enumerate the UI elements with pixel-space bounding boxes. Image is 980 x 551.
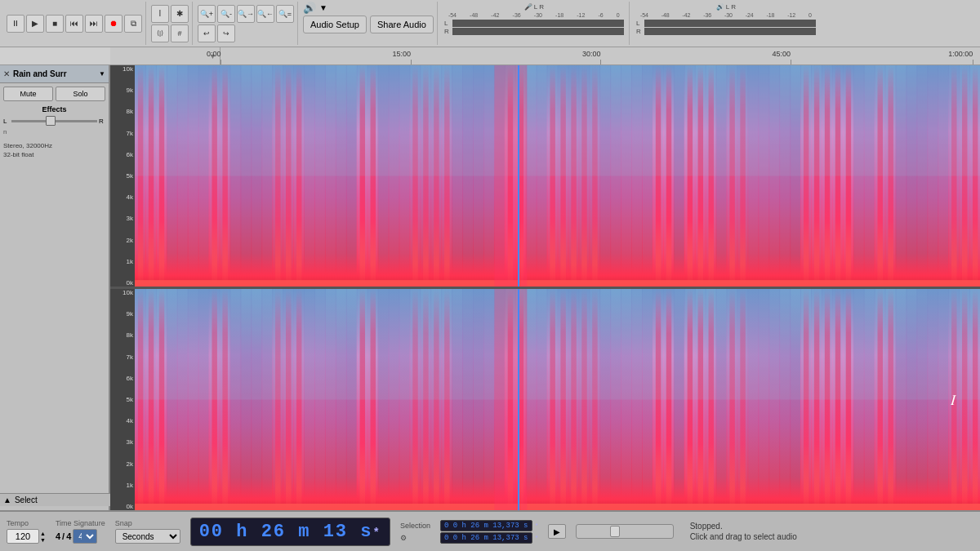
spectrogram-top-canvas: [135, 65, 980, 287]
rewind-button[interactable]: ⏮: [65, 15, 83, 33]
ruler-tick-60: [973, 60, 973, 64]
current-time-value: 00 h 26 m 13 s: [199, 522, 373, 542]
mute-solo-row: Mute Solo: [3, 87, 105, 101]
volume-icon: 🔊: [303, 2, 316, 14]
select-tool-button[interactable]: I: [151, 5, 169, 23]
lr-label-left: L: [534, 3, 537, 11]
time-sig-bottom: 4: [66, 531, 71, 541]
output-lr-left: L: [726, 3, 729, 11]
left-bar-bg: [452, 20, 624, 27]
volume-slider[interactable]: [11, 120, 97, 122]
solo-button[interactable]: Solo: [56, 87, 105, 101]
expand-icon[interactable]: ▲: [3, 495, 11, 504]
ruler: ▼ 0:00 15:00 30:00 45:00 1:00:00: [0, 47, 980, 65]
zoom-in-button[interactable]: 🔍+: [198, 5, 216, 23]
envelope-tool-button[interactable]: ⟨|⟩: [151, 24, 169, 42]
multi-tool-button[interactable]: #: [171, 24, 189, 42]
current-time-display: 00 h 26 m 13 s*: [190, 518, 390, 546]
spectrogram-top[interactable]: 10k 9k 8k 7k 6k 5k 4k 3k 2k 1k 0k: [110, 65, 980, 289]
out-right-bar-bg: [644, 28, 816, 35]
zoom-row-top: 🔍+ 🔍- 🔍→ 🔍← 🔍=: [198, 5, 294, 23]
left-meter-group: 🎤 L R -54 -48 -42 -36 -30 -18 -12 -6 0 L…: [439, 2, 630, 45]
spectrogram-bottom-canvas: [135, 289, 980, 510]
lr-label-right: R: [539, 3, 544, 11]
playback-slider[interactable]: [576, 524, 674, 539]
sel-end-row: ⚙ 0 0 h 26 m 13,373 s *: [400, 532, 538, 544]
snap-section: Snap Seconds Off Beats: [115, 519, 180, 544]
ruler-mark-15: 15:00: [411, 60, 412, 64]
tools-row-bottom: ⟨|⟩ #: [151, 24, 189, 42]
zoom-sel-button[interactable]: 🔍→: [237, 5, 255, 23]
tools-section: I ✱ ⟨|⟩ #: [151, 5, 189, 42]
snap-label: Snap: [115, 519, 180, 527]
time-display-section: 00 h 26 m 13 s*: [190, 518, 390, 546]
tempo-down-button[interactable]: ▼: [40, 537, 46, 543]
transport-group: ⏸ ▶ ■ ⏮ ⏭ ⏺ ⧉: [3, 2, 146, 45]
track-close-button[interactable]: ✕: [3, 69, 10, 78]
tools-group: I ✱ ⟨|⟩ #: [148, 2, 193, 45]
record-button[interactable]: ⏺: [105, 15, 122, 33]
playback-thumb[interactable]: [610, 526, 620, 537]
audio-group: 🔊 ▼ Audio Setup Share Audio: [300, 2, 438, 45]
right-channel-bar: R: [444, 28, 624, 35]
sel-gear-icon[interactable]: ⚙: [400, 534, 437, 542]
out-left-bar: L: [636, 20, 816, 27]
select-label[interactable]: Select: [15, 495, 38, 504]
track-stereo-label: Stereo, 32000Hz: [3, 141, 105, 150]
tempo-input[interactable]: [7, 529, 39, 544]
track-header: ✕ Rain and Surr ▼ Mute Solo Effects L R …: [0, 65, 110, 510]
select-section: ▲ Select: [0, 493, 110, 506]
ruler-mark-30: 30:00: [600, 60, 601, 64]
right-meter-bars: L R: [636, 20, 816, 35]
zoom-fit-button[interactable]: 🔍←: [256, 5, 274, 23]
bottom-status-section: Stopped. Click and drag to select audio: [690, 522, 797, 541]
stop-button[interactable]: ■: [46, 15, 64, 33]
track-info: Stereo, 32000Hz 32-bit float: [0, 140, 109, 161]
volume-thumb[interactable]: [46, 116, 56, 126]
play-button[interactable]: ▶: [26, 15, 44, 33]
out-right-bar: R: [636, 28, 816, 35]
loop-button[interactable]: ⧉: [124, 15, 142, 33]
left-meter-bars: L R: [444, 20, 624, 35]
out-left-bar-bg: [644, 20, 816, 27]
redo-button[interactable]: ↪: [217, 24, 235, 42]
snap-select[interactable]: Seconds Off Beats: [115, 529, 180, 544]
zoom-reset-button[interactable]: 🔍=: [276, 5, 294, 23]
zoom-out-button[interactable]: 🔍-: [217, 5, 235, 23]
undo-button[interactable]: ↩: [198, 24, 216, 42]
meter-scale-left: -54 -48 -42 -36 -30 -18 -12 -6 0: [448, 12, 620, 18]
ruler-content[interactable]: 0:00 15:00 30:00 45:00 1:00:00: [220, 47, 980, 64]
time-sig-label: Time Signature: [56, 519, 105, 527]
draw-tool-button[interactable]: ✱: [171, 5, 189, 23]
pause-button[interactable]: ⏸: [7, 15, 24, 33]
undo-row: ↩ ↪: [198, 24, 294, 42]
forward-button[interactable]: ⏭: [85, 15, 103, 33]
selection-section: Selection 0 0 h 26 m 13,373 s * ⚙ 0 0 h …: [400, 520, 538, 544]
gain-label: n: [3, 127, 105, 136]
vol-l-label: L: [3, 118, 10, 125]
sel-play-button[interactable]: ▶: [548, 524, 566, 539]
sel-end-asterisk: *: [536, 534, 538, 541]
track-bitdepth-label: 32-bit float: [3, 150, 105, 159]
click-drag-text: Click and drag to select audio: [690, 532, 797, 541]
mute-button[interactable]: Mute: [3, 87, 53, 101]
time-sig-select[interactable]: 4 3 6: [73, 529, 97, 544]
time-sig-top: 4: [56, 531, 60, 541]
volume-dropdown[interactable]: ▼: [319, 3, 327, 12]
audio-setup-button[interactable]: Audio Setup: [303, 16, 367, 33]
share-audio-button[interactable]: Share Audio: [370, 16, 434, 33]
spectrogram-bottom[interactable]: 10k 9k 8k 7k 6k 5k 4k 3k 2k 1k 0k 𝐼: [110, 289, 980, 510]
sel-label: Selection: [400, 522, 437, 530]
speaker-icon: 🔊: [716, 3, 724, 11]
tempo-up-button[interactable]: ▲: [40, 531, 46, 536]
time-sig-section: Time Signature 4 / 4 4 3 6: [56, 519, 105, 544]
toolbar: ⏸ ▶ ■ ⏮ ⏭ ⏺ ⧉ I ✱ ⟨|⟩ # 🔍+ 🔍- 🔍→ 🔍←: [0, 0, 980, 47]
track-collapse-button[interactable]: ▼: [99, 70, 105, 78]
ruler-tick-30: [600, 60, 601, 64]
status-bar: Tempo ▲ ▼ Time Signature 4 / 4 4 3 6 Sna…: [0, 510, 980, 551]
sel-start-row: Selection 0 0 h 26 m 13,373 s *: [400, 520, 538, 531]
right-bar-bg: [452, 28, 624, 35]
track-content[interactable]: 10k 9k 8k 7k 6k 5k 4k 3k 2k 1k 0k 10k 9: [110, 65, 980, 510]
left-channel-bar: L: [444, 20, 624, 27]
effects-label: Effects: [3, 104, 105, 115]
